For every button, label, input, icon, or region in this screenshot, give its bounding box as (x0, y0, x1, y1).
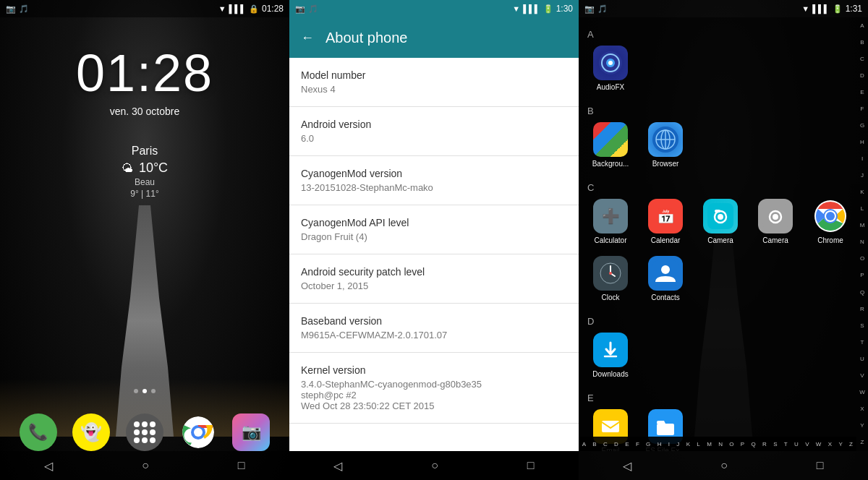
b-alpha-r[interactable]: R (762, 441, 767, 447)
section-a-label: A (584, 23, 862, 43)
app-downloads[interactable]: Downloads (584, 330, 637, 381)
b-alpha-a[interactable]: A (582, 441, 586, 447)
dock-app-drawer[interactable] (126, 413, 163, 451)
alpha-t[interactable]: T (861, 340, 864, 346)
dock-snapchat[interactable]: 👻 (72, 413, 110, 451)
calculator-icon: ➕ (593, 199, 628, 233)
b-alpha-q[interactable]: Q (751, 441, 755, 447)
alpha-h[interactable]: H (860, 140, 864, 145)
alphabet-sidebar: A B C D E F G H I J K L M N O P Q R S T … (856, 17, 868, 451)
signal-icon: ▌▌▌ (229, 4, 246, 13)
b-alpha-e[interactable]: E (625, 441, 629, 447)
back-button[interactable]: ← (301, 30, 314, 46)
alpha-w[interactable]: W (859, 390, 865, 395)
about-baseband-label: Baseband version (301, 315, 567, 327)
nav-back[interactable]: ◁ (44, 459, 53, 473)
b-alpha-f[interactable]: F (636, 441, 639, 447)
drawer-nav-back[interactable]: ◁ (623, 459, 631, 473)
chrome-icon (182, 416, 214, 448)
b-alpha-t[interactable]: T (784, 441, 788, 447)
app-calculator[interactable]: ➕ Calculator (584, 196, 637, 247)
about-nav-home[interactable]: ○ (431, 459, 438, 472)
b-alpha-z[interactable]: Z (849, 441, 853, 447)
chrome-label: Chrome (806, 236, 855, 244)
about-nav-back[interactable]: ◁ (333, 459, 342, 473)
alpha-q[interactable]: Q (860, 290, 864, 296)
app-calendar[interactable]: 📅 Calendar (639, 196, 692, 247)
dock-camera[interactable]: 📷 (232, 413, 270, 451)
alpha-a[interactable]: A (860, 23, 864, 29)
alpha-n[interactable]: N (860, 239, 864, 245)
b-alpha-x[interactable]: X (828, 441, 832, 447)
alpha-i[interactable]: I (861, 156, 863, 162)
about-wifi-icon: ▼ (512, 4, 520, 13)
app-clock[interactable]: Clock (584, 253, 637, 304)
nav-recents[interactable]: □ (238, 459, 245, 472)
about-title: About phone (326, 30, 407, 46)
alpha-s[interactable]: S (860, 323, 864, 329)
b-alpha-l[interactable]: L (697, 441, 699, 447)
drawer-nav-recents[interactable]: □ (817, 459, 824, 472)
alpha-x[interactable]: X (860, 406, 864, 412)
about-header: ← About phone (289, 17, 579, 58)
about-kernel-label: Kernel version (301, 364, 567, 376)
b-alpha-i[interactable]: I (668, 441, 670, 447)
b-alpha-c[interactable]: C (603, 441, 608, 447)
about-security-label: Android security patch level (301, 266, 567, 278)
b-alpha-h[interactable]: H (658, 441, 662, 447)
app-backgrounds[interactable]: Backgrou... (584, 119, 637, 171)
app-camera-2[interactable]: Camera (749, 196, 801, 247)
app-contacts[interactable]: Contacts (639, 253, 692, 304)
app-camera-1[interactable]: Camera (694, 196, 746, 247)
nav-home[interactable]: ○ (142, 459, 149, 472)
alpha-m[interactable]: M (860, 223, 865, 228)
alpha-o[interactable]: O (860, 256, 864, 262)
app-chrome[interactable]: Chrome (804, 196, 856, 247)
alpha-d[interactable]: D (860, 73, 864, 79)
alpha-g[interactable]: G (860, 123, 864, 129)
section-d-apps: Downloads (584, 330, 862, 387)
dock-chrome[interactable] (179, 413, 217, 451)
drawer-battery-icon: 🔋 (833, 4, 843, 14)
alpha-f[interactable]: F (861, 106, 864, 112)
about-security-patch: Android security patch level October 1, … (289, 254, 579, 304)
alpha-k[interactable]: K (860, 189, 864, 195)
b-alpha-j[interactable]: J (676, 441, 679, 447)
alpha-p[interactable]: P (860, 273, 864, 278)
app-browser[interactable]: Browser (639, 119, 692, 171)
dock-phone[interactable]: 📞 (20, 413, 57, 451)
alpha-b[interactable]: B (860, 40, 864, 46)
camera-photo-icon: 📷 (232, 413, 270, 451)
section-b-label: B (584, 100, 862, 119)
about-notif-icon: 📷 (295, 4, 305, 14)
drawer-notif-icon: 📷 (584, 4, 595, 14)
b-alpha-p[interactable]: P (741, 441, 744, 447)
weather-condition-icon: 🌤 (122, 162, 133, 175)
b-alpha-b[interactable]: B (592, 441, 596, 447)
alpha-y[interactable]: Y (860, 423, 864, 429)
b-alpha-s[interactable]: S (773, 441, 777, 447)
b-alpha-v[interactable]: V (805, 441, 809, 447)
alpha-e[interactable]: E (860, 90, 864, 95)
b-alpha-k[interactable]: K (686, 441, 690, 447)
b-alpha-n[interactable]: N (718, 441, 723, 447)
lock-icon: 🔒 (249, 4, 259, 14)
about-nav-recents[interactable]: □ (527, 459, 535, 472)
alpha-c[interactable]: C (860, 56, 864, 62)
alpha-v[interactable]: V (860, 373, 864, 379)
alpha-j[interactable]: J (861, 173, 864, 179)
alpha-u[interactable]: U (860, 356, 864, 362)
clock-label: Clock (586, 293, 635, 301)
alpha-z[interactable]: Z (861, 440, 864, 445)
alpha-l[interactable]: L (861, 206, 864, 212)
b-alpha-w[interactable]: W (816, 441, 822, 447)
alpha-r[interactable]: R (860, 307, 864, 312)
b-alpha-u[interactable]: U (794, 441, 799, 447)
app-audiofx[interactable]: AudioFX (584, 43, 637, 94)
b-alpha-d[interactable]: D (614, 441, 618, 447)
b-alpha-o[interactable]: O (729, 441, 733, 447)
drawer-nav-home[interactable]: ○ (720, 459, 728, 472)
b-alpha-m[interactable]: M (707, 441, 712, 447)
b-alpha-g[interactable]: G (646, 441, 650, 447)
b-alpha-y[interactable]: Y (838, 441, 842, 447)
